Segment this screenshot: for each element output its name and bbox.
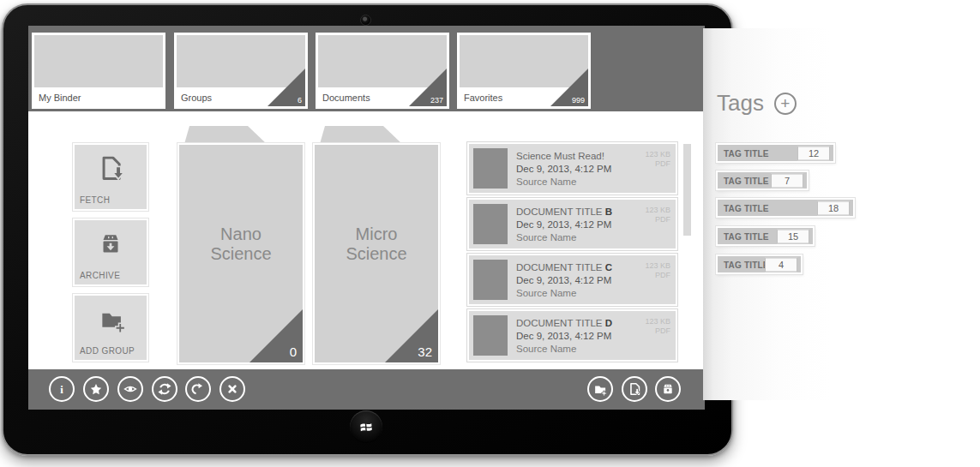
folder-tab (184, 126, 267, 144)
front-camera (360, 15, 371, 26)
tag-label: TAG TITLE (724, 231, 769, 241)
document-size: 123 KB (645, 317, 670, 326)
toolbar: i (28, 369, 705, 410)
archive-label: ARCHIVE (80, 271, 120, 280)
document-format: PDF (645, 271, 670, 280)
fetch-toolbar-button[interactable] (622, 376, 647, 402)
document-format: PDF (645, 215, 670, 225)
count-badge: 32 (385, 309, 438, 362)
archive-toolbar-button[interactable] (655, 376, 681, 402)
tag-label: TAG TITLE (724, 176, 769, 185)
folder-nano-science[interactable]: Nano Science 0 (177, 126, 304, 364)
favorite-button[interactable] (83, 376, 109, 402)
sync-icon (157, 381, 172, 397)
document-title: DOCUMENT TITLE D (516, 317, 612, 330)
info-button[interactable]: i (49, 376, 75, 402)
folder-tab (320, 126, 402, 144)
tag-row[interactable]: TAG TITLE 4 (716, 254, 803, 274)
add-group-label: ADD GROUP (80, 346, 135, 356)
view-button[interactable] (117, 376, 143, 402)
windows-logo-icon (358, 418, 375, 435)
card-groups[interactable]: Groups 6 (174, 33, 308, 109)
archive-button[interactable]: ARCHIVE (73, 219, 148, 286)
card-favorites[interactable]: Favorites 999 (457, 33, 591, 109)
document-thumbnail (473, 204, 508, 244)
document-list-item[interactable]: Science Must Read! Dec 9, 2013, 4:12 PM … (467, 142, 677, 195)
tag-count: 18 (817, 201, 850, 215)
tag-row[interactable]: TAG TITLE 7 (716, 171, 809, 190)
archive-box-icon (96, 229, 125, 258)
document-list-item[interactable]: DOCUMENT TITLE D Dec 9, 2013, 4:12 PM So… (467, 309, 677, 362)
archive-box-icon (660, 381, 676, 397)
card-documents[interactable]: Documents 237 (316, 33, 449, 109)
card-my-binder[interactable]: My Binder (32, 33, 165, 109)
plus-icon: + (780, 94, 790, 112)
card-label: My Binder (34, 87, 163, 106)
fetch-button[interactable]: FETCH (73, 143, 148, 211)
folder-micro-science[interactable]: Micro Science 32 (313, 126, 440, 364)
folder-body: Micro Science 32 (313, 143, 440, 364)
windows-home-button[interactable] (350, 410, 382, 443)
card-thumbnail (318, 35, 447, 87)
close-button[interactable] (219, 376, 245, 402)
tag-row[interactable]: TAG TITLE 15 (716, 226, 815, 246)
document-source: Source Name (516, 343, 612, 356)
tag-label: TAG TITLE (724, 148, 769, 158)
document-format: PDF (645, 159, 670, 169)
document-date: Dec 9, 2013, 4:12 PM (516, 163, 611, 176)
tag-row[interactable]: TAG TITLE 18 (716, 198, 855, 218)
info-icon: i (54, 381, 69, 397)
folder-name: Nano Science (201, 225, 280, 264)
tablet-device-frame: My Binder Groups 6 Documents 237 Favorit… (2, 3, 733, 456)
document-size: 123 KB (645, 150, 670, 159)
document-source: Source Name (516, 287, 612, 300)
document-list-scrollbar[interactable] (683, 144, 691, 236)
document-thumbnail (473, 260, 508, 300)
document-date: Dec 9, 2013, 4:12 PM (516, 274, 612, 287)
document-thumbnail (473, 148, 508, 189)
add-tag-button[interactable]: + (774, 93, 797, 115)
sync-button[interactable] (152, 376, 177, 402)
app-screen: My Binder Groups 6 Documents 237 Favorit… (28, 26, 705, 410)
document-title: Science Must Read! (516, 150, 611, 163)
document-thumbnail (473, 315, 508, 356)
tag-count: 4 (765, 257, 797, 272)
close-icon (225, 381, 240, 397)
document-date: Dec 9, 2013, 4:12 PM (516, 330, 612, 343)
document-meta: 123 KB PDF (645, 261, 670, 280)
add-group-folder-icon (592, 381, 608, 397)
svg-text:i: i (60, 384, 63, 396)
document-list-item[interactable]: DOCUMENT TITLE C Dec 9, 2013, 4:12 PM So… (467, 254, 677, 306)
document-title: DOCUMENT TITLE C (516, 261, 612, 274)
folder-name: Micro Science (337, 225, 416, 264)
document-meta: 123 KB PDF (645, 317, 670, 336)
tag-label: TAG TITLE (724, 260, 769, 269)
document-size: 123 KB (645, 206, 670, 215)
tag-count: 15 (777, 229, 809, 243)
redo-icon (190, 381, 206, 397)
tags-panel: Tags + TAG TITLE 12 TAG TITLE 7 TAG TITL… (703, 28, 879, 400)
count-badge: 0 (250, 309, 303, 362)
document-date: Dec 9, 2013, 4:12 PM (516, 219, 612, 231)
tags-header: Tags + (717, 90, 797, 117)
fetch-document-icon (627, 381, 642, 397)
tag-row[interactable]: TAG TITLE 12 (716, 143, 835, 163)
tag-label: TAG TITLE (724, 203, 769, 213)
document-meta: 123 KB PDF (645, 150, 670, 169)
document-list-item[interactable]: DOCUMENT TITLE B Dec 9, 2013, 4:12 PM So… (467, 198, 677, 250)
add-group-folder-icon (96, 304, 125, 333)
add-group-toolbar-button[interactable] (587, 376, 613, 402)
fetch-document-icon (96, 153, 125, 183)
eye-icon (123, 381, 138, 397)
add-group-button[interactable]: ADD GROUP (73, 294, 148, 362)
tags-title: Tags (717, 90, 764, 117)
tag-count: 7 (771, 173, 803, 188)
document-title: DOCUMENT TITLE B (516, 206, 612, 219)
document-meta: 123 KB PDF (645, 206, 670, 225)
redo-button[interactable] (185, 376, 211, 402)
card-thumbnail (177, 35, 305, 87)
document-source: Source Name (516, 231, 612, 244)
document-format: PDF (645, 326, 670, 336)
fetch-label: FETCH (80, 195, 110, 205)
folder-body: Nano Science 0 (177, 143, 304, 364)
